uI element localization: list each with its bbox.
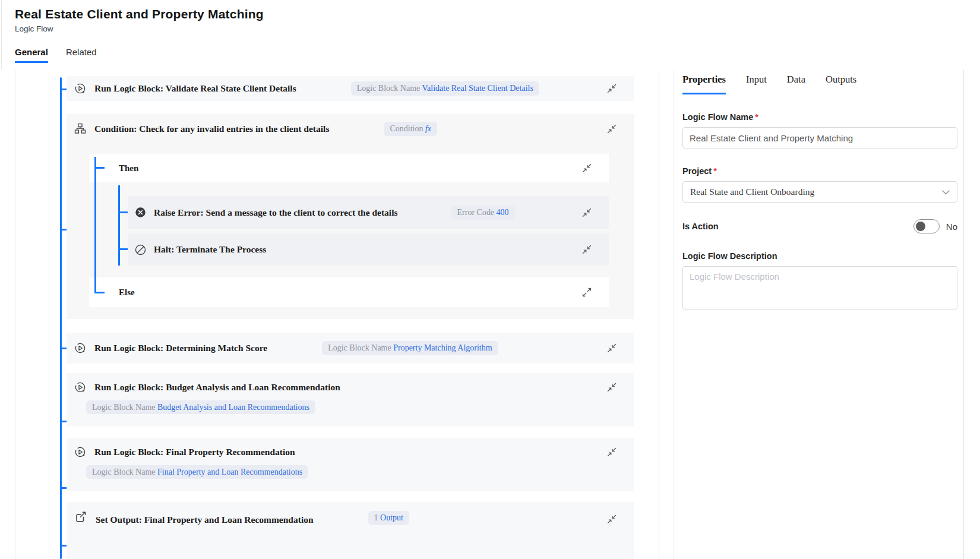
condition-header: Condition: Check for any invalid entries… xyxy=(67,114,634,144)
branch-tick xyxy=(118,248,128,250)
flow-block-condition[interactable]: Condition: Check for any invalid entries… xyxy=(67,114,634,319)
play-circle-icon xyxy=(74,342,86,354)
tab-properties[interactable]: Properties xyxy=(682,74,726,94)
logic-flow-description-input[interactable] xyxy=(682,266,957,309)
flow-block-run-match-score[interactable]: Run Logic Block: Determining Match Score… xyxy=(67,333,634,364)
collapse-icon[interactable] xyxy=(607,124,617,134)
collapse-icon[interactable] xyxy=(607,514,617,524)
block-title: Raise Error: Send a message to the clien… xyxy=(154,207,398,218)
block-title: Run Logic Block: Budget Analysis and Loa… xyxy=(94,382,340,393)
raise-error-icon xyxy=(135,207,146,218)
logic-flow-canvas: Run Logic Block: Validate Real State Cli… xyxy=(0,70,659,559)
branch-tick xyxy=(94,167,105,169)
condition-sitemap-icon xyxy=(74,123,86,135)
flow-block-run-final-property[interactable]: Run Logic Block: Final Property Recommen… xyxy=(67,438,634,491)
flow-block-halt[interactable]: Halt: Terminate The Process xyxy=(128,233,609,266)
is-action-toggle[interactable] xyxy=(913,219,940,233)
collapse-icon[interactable] xyxy=(582,208,592,217)
logic-block-name-chip[interactable]: Logic Block Name Validate Real State Cli… xyxy=(351,81,539,96)
canvas-gutter-line xyxy=(15,70,15,559)
panel-tab-bar: Properties Input Data Outputs xyxy=(682,74,957,94)
condition-chip[interactable]: Condition fx xyxy=(384,122,437,136)
project-select-value: Real State and Client Onboarding xyxy=(690,187,814,197)
logic-block-name-chip[interactable]: Logic Block Name Budget Analysis and Loa… xyxy=(86,400,315,414)
required-asterisk: * xyxy=(755,112,758,122)
tab-outputs[interactable]: Outputs xyxy=(826,74,856,94)
collapse-icon[interactable] xyxy=(607,447,617,457)
logic-block-name-chip[interactable]: Logic Block Name Property Matching Algor… xyxy=(322,341,498,355)
set-output-icon xyxy=(74,510,87,523)
condition-then-section[interactable]: Then xyxy=(89,154,609,182)
output-chip[interactable]: 1 Output xyxy=(368,511,409,525)
branch-tick xyxy=(94,292,105,293)
condition-else-section[interactable]: Else xyxy=(89,277,609,307)
is-action-label: Is Action xyxy=(682,222,913,231)
play-circle-icon xyxy=(74,83,86,94)
play-circle-icon xyxy=(74,446,86,458)
flow-block-set-output[interactable]: Set Output: Final Property and Loan Reco… xyxy=(67,502,634,559)
is-action-row: Is Action No xyxy=(682,219,957,233)
block-title: Set Output: Final Property and Loan Reco… xyxy=(96,514,314,525)
top-tab-bar: General Related xyxy=(15,47,264,63)
logic-flow-name-input[interactable] xyxy=(682,127,957,149)
block-title: Condition: Check for any invalid entries… xyxy=(94,124,329,134)
flow-block-run-budget-analysis[interactable]: Run Logic Block: Budget Analysis and Loa… xyxy=(67,373,634,427)
collapse-icon[interactable] xyxy=(607,343,617,353)
required-asterisk: * xyxy=(713,166,717,176)
else-label: Else xyxy=(119,288,135,298)
description-label: Logic Flow Description xyxy=(682,251,957,261)
collapse-icon[interactable] xyxy=(607,84,617,93)
collapse-icon[interactable] xyxy=(582,245,592,254)
collapse-icon[interactable] xyxy=(607,383,617,392)
child-branch-line xyxy=(118,185,120,266)
logic-block-name-chip[interactable]: Logic Block Name Final Property and Loan… xyxy=(86,465,308,479)
block-title: Run Logic Block: Validate Real State Cli… xyxy=(94,83,296,94)
is-action-state: No xyxy=(946,222,957,232)
tab-input[interactable]: Input xyxy=(746,74,767,94)
toggle-knob xyxy=(916,222,925,231)
expand-icon[interactable] xyxy=(582,288,592,297)
page-title: Real Estate Client and Property Matching xyxy=(15,7,264,21)
branch-tick xyxy=(118,211,128,213)
tab-data[interactable]: Data xyxy=(787,74,805,94)
project-label: Project* xyxy=(682,166,957,176)
tab-general[interactable]: General xyxy=(15,47,48,63)
halt-icon xyxy=(135,244,146,255)
block-title: Run Logic Block: Determining Match Score xyxy=(94,343,267,353)
flow-block-raise-error[interactable]: Raise Error: Send a message to the clien… xyxy=(128,196,609,229)
page-subtitle: Logic Flow xyxy=(15,24,264,33)
block-title: Run Logic Block: Final Property Recommen… xyxy=(94,447,295,457)
collapse-icon[interactable] xyxy=(582,163,592,173)
block-title: Halt: Terminate The Process xyxy=(154,244,266,255)
flow-blocks: Run Logic Block: Validate Real State Cli… xyxy=(67,76,634,559)
tab-related[interactable]: Related xyxy=(66,47,97,63)
logic-flow-name-label: Logic Flow Name* xyxy=(682,112,957,122)
error-code-chip[interactable]: Error Code 400 xyxy=(451,206,515,220)
branch-line xyxy=(94,157,96,293)
play-circle-icon xyxy=(74,381,86,393)
properties-panel: Properties Input Data Outputs Logic Flow… xyxy=(673,70,964,559)
canvas-border-line xyxy=(49,70,49,559)
chevron-down-icon xyxy=(942,187,950,197)
flow-block-run-validate[interactable]: Run Logic Block: Validate Real State Cli… xyxy=(67,76,634,101)
project-select[interactable]: Real State and Client Onboarding xyxy=(682,181,957,203)
then-label: Then xyxy=(119,163,138,173)
page-header: Real Estate Client and Property Matching… xyxy=(15,7,264,63)
